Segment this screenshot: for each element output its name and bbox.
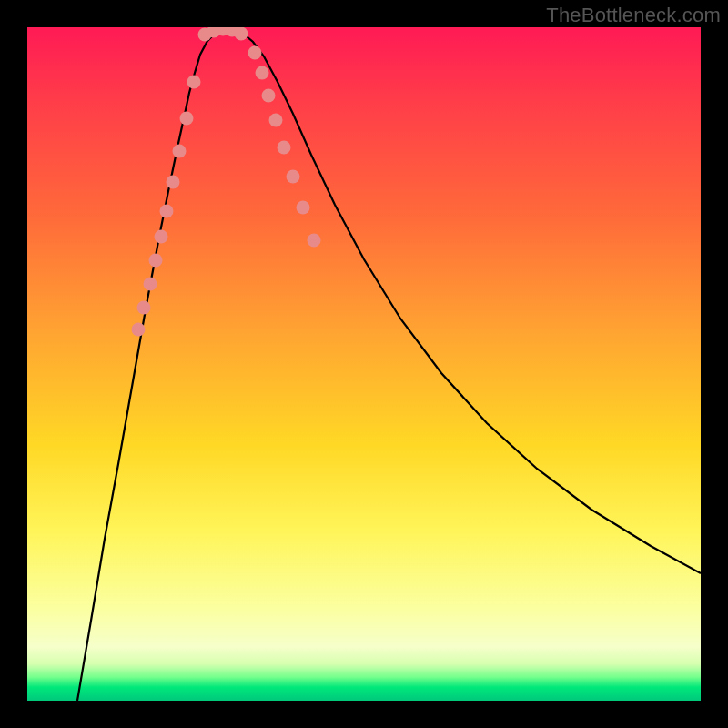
- right-dot-cluster: [248, 46, 321, 248]
- data-dot: [149, 254, 163, 268]
- chart-plot-area: [27, 27, 701, 701]
- chart-svg: [27, 27, 701, 701]
- bottleneck-curve: [77, 29, 701, 701]
- watermark-text: TheBottleneck.com: [546, 4, 721, 27]
- data-dot: [137, 301, 151, 315]
- data-dot: [248, 46, 262, 60]
- data-dot: [180, 112, 194, 126]
- data-dot: [262, 89, 276, 103]
- chart-frame: TheBottleneck.com: [0, 0, 728, 728]
- data-dot: [167, 176, 180, 189]
- data-dot: [308, 234, 321, 248]
- data-dot: [256, 66, 269, 80]
- data-dot: [187, 76, 201, 89]
- data-dot: [132, 323, 146, 337]
- data-dot: [278, 141, 291, 155]
- data-dot: [297, 201, 310, 215]
- data-dot: [160, 205, 174, 218]
- data-dot: [287, 170, 300, 184]
- data-dot: [173, 145, 187, 158]
- data-dot: [155, 230, 168, 244]
- bottom-plateau-dots: [198, 27, 248, 42]
- left-dot-cluster: [132, 76, 201, 337]
- data-dot: [144, 278, 157, 291]
- bottleneck-curve-path: [77, 29, 701, 701]
- data-dot: [269, 114, 283, 127]
- data-dot: [235, 27, 248, 41]
